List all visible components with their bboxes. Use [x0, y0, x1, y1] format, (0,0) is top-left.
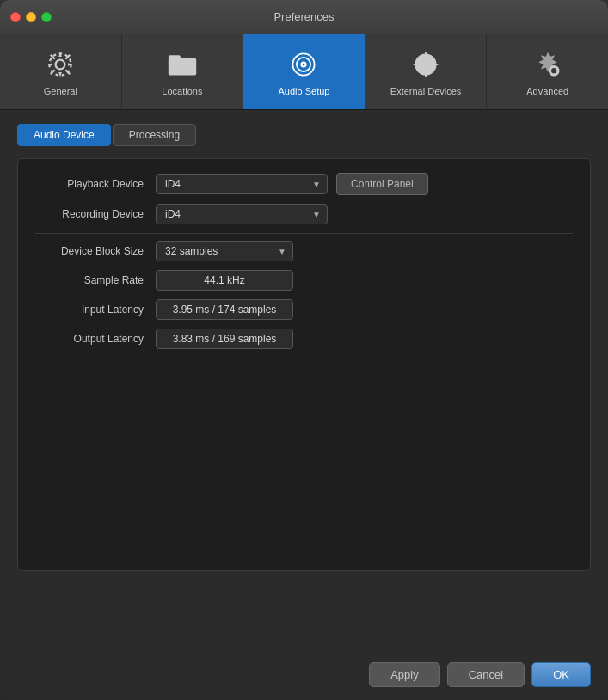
traffic-lights	[10, 12, 52, 22]
sample-rate-label: Sample Rate	[35, 274, 156, 286]
recording-device-select-wrapper: iD4 ▼	[156, 204, 328, 224]
device-block-size-label: Device Block Size	[35, 245, 156, 257]
separator-1	[35, 233, 573, 234]
apply-button[interactable]: Apply	[369, 662, 440, 687]
svg-point-14	[551, 68, 556, 73]
tab-locations-label: Locations	[162, 86, 202, 96]
playback-device-label: Playback Device	[35, 178, 156, 190]
audio-icon	[287, 48, 320, 81]
block-size-select[interactable]: 32 samples 64 samples 128 samples 256 sa…	[156, 241, 293, 261]
content-area: Audio Device Processing Playback Device …	[0, 110, 608, 648]
recording-device-select[interactable]: iD4	[156, 204, 328, 224]
bottom-bar: Apply Cancel OK	[0, 648, 608, 700]
playback-device-select[interactable]: iD4	[156, 174, 328, 194]
playback-device-row: Playback Device iD4 ▼ Control Panel	[35, 173, 573, 195]
advanced-icon	[531, 48, 564, 81]
subtab-audio-device[interactable]: Audio Device	[17, 124, 111, 146]
output-latency-value: 3.83 ms / 169 samples	[156, 329, 293, 349]
tab-audio-setup-label: Audio Setup	[279, 86, 330, 96]
toolbar: General Locations Audio Setup	[0, 34, 608, 110]
device-block-size-row: Device Block Size 32 samples 64 samples …	[35, 241, 573, 261]
control-panel-button[interactable]: Control Panel	[336, 173, 428, 195]
tab-advanced[interactable]: Advanced	[487, 34, 608, 109]
titlebar: Preferences	[0, 0, 608, 34]
sample-rate-value: 44.1 kHz	[156, 270, 293, 291]
subtab-bar: Audio Device Processing	[17, 124, 591, 146]
ok-button[interactable]: OK	[531, 662, 591, 687]
input-latency-value: 3.95 ms / 174 samples	[156, 299, 293, 320]
svg-point-8	[421, 59, 431, 69]
gear-icon	[44, 48, 77, 81]
minimize-button[interactable]	[26, 12, 36, 22]
recording-device-label: Recording Device	[35, 208, 156, 220]
playback-device-select-wrapper: iD4 ▼	[156, 174, 328, 194]
cancel-button[interactable]: Cancel	[447, 662, 525, 687]
svg-rect-2	[169, 58, 196, 75]
subtab-processing[interactable]: Processing	[113, 124, 196, 146]
output-latency-row: Output Latency 3.83 ms / 169 samples	[35, 329, 573, 349]
audio-device-panel: Playback Device iD4 ▼ Control Panel Reco…	[17, 158, 591, 571]
folder-icon	[166, 48, 199, 81]
svg-point-6	[303, 63, 305, 65]
tab-external-devices-label: External Devices	[390, 86, 462, 96]
device-icon	[409, 48, 442, 81]
svg-point-0	[56, 59, 65, 69]
recording-device-row: Recording Device iD4 ▼	[35, 204, 573, 224]
maximize-button[interactable]	[41, 12, 52, 22]
tab-general-label: General	[44, 86, 77, 96]
window-title: Preferences	[273, 10, 334, 23]
sample-rate-row: Sample Rate 44.1 kHz	[35, 270, 573, 291]
input-latency-row: Input Latency 3.95 ms / 174 samples	[35, 299, 573, 320]
close-button[interactable]	[10, 12, 21, 22]
tab-advanced-label: Advanced	[526, 86, 568, 96]
tab-external-devices[interactable]: External Devices	[365, 34, 488, 109]
output-latency-label: Output Latency	[35, 333, 156, 345]
tab-general[interactable]: General	[0, 34, 122, 109]
block-size-select-wrapper: 32 samples 64 samples 128 samples 256 sa…	[156, 241, 293, 261]
input-latency-label: Input Latency	[35, 304, 156, 316]
tab-audio-setup[interactable]: Audio Setup	[243, 34, 365, 109]
tab-locations[interactable]: Locations	[122, 34, 244, 109]
preferences-window: Preferences General	[0, 0, 608, 700]
